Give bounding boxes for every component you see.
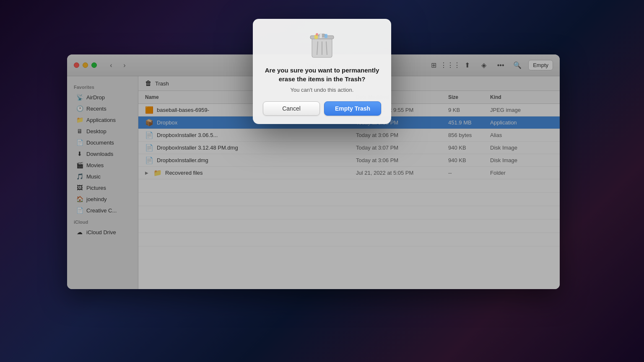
trash-icon bbox=[309, 29, 335, 59]
empty-trash-dialog: Are you sure you want to permanently era… bbox=[253, 19, 391, 124]
cancel-button[interactable]: Cancel bbox=[263, 101, 320, 116]
svg-rect-7 bbox=[319, 33, 322, 38]
dialog-buttons: Cancel Empty Trash bbox=[263, 101, 381, 116]
dialog-overlay: Are you sure you want to permanently era… bbox=[0, 0, 644, 362]
dialog-title: Are you sure you want to permanently era… bbox=[263, 66, 381, 83]
svg-point-9 bbox=[316, 33, 318, 36]
svg-rect-8 bbox=[325, 34, 327, 38]
empty-trash-button[interactable]: Empty Trash bbox=[324, 101, 381, 116]
dialog-subtitle: You can't undo this action. bbox=[291, 87, 354, 93]
